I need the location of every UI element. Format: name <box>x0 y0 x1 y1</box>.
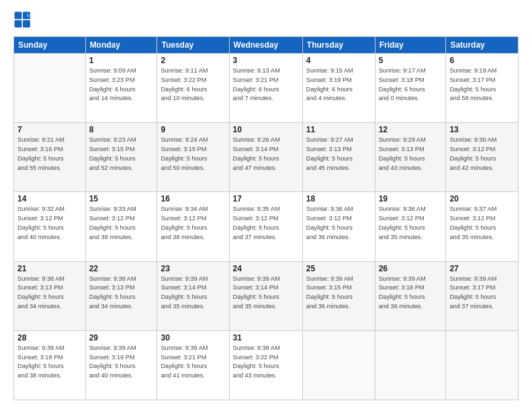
day-number: 13 <box>449 125 515 134</box>
calendar-cell: 22Sunrise: 9:38 AM Sunset: 3:13 PM Dayli… <box>85 261 157 330</box>
day-number: 8 <box>89 125 154 134</box>
calendar-week-row: 1Sunrise: 9:09 AM Sunset: 3:23 PM Daylig… <box>14 54 519 123</box>
calendar-cell: 26Sunrise: 9:39 AM Sunset: 3:16 PM Dayli… <box>375 261 446 330</box>
page: SundayMondayTuesdayWednesdayThursdayFrid… <box>0 0 532 411</box>
day-number: 21 <box>17 264 82 273</box>
calendar-cell: 28Sunrise: 9:39 AM Sunset: 3:18 PM Dayli… <box>14 330 86 400</box>
weekday-header: Thursday <box>302 37 375 54</box>
day-number: 14 <box>17 194 82 203</box>
calendar-cell: 15Sunrise: 9:33 AM Sunset: 3:12 PM Dayli… <box>85 192 157 261</box>
weekday-header: Friday <box>375 37 446 54</box>
day-info: Sunrise: 9:15 AM Sunset: 3:19 PM Dayligh… <box>306 66 371 103</box>
day-info: Sunrise: 9:37 AM Sunset: 3:12 PM Dayligh… <box>449 205 515 242</box>
calendar-cell: 27Sunrise: 9:39 AM Sunset: 3:17 PM Dayli… <box>446 261 519 330</box>
day-number: 29 <box>89 333 154 342</box>
day-number: 7 <box>17 125 82 134</box>
day-number: 19 <box>379 194 443 203</box>
calendar-cell: 6Sunrise: 9:19 AM Sunset: 3:17 PM Daylig… <box>446 54 519 123</box>
day-number: 20 <box>449 194 515 203</box>
day-info: Sunrise: 9:32 AM Sunset: 3:12 PM Dayligh… <box>17 205 82 242</box>
calendar-cell: 7Sunrise: 9:21 AM Sunset: 3:16 PM Daylig… <box>14 123 86 192</box>
calendar-cell: 13Sunrise: 9:30 AM Sunset: 3:12 PM Dayli… <box>446 123 519 192</box>
logo <box>13 11 35 30</box>
day-info: Sunrise: 9:09 AM Sunset: 3:23 PM Dayligh… <box>89 66 154 103</box>
day-number: 3 <box>233 56 299 65</box>
calendar-cell: 31Sunrise: 9:38 AM Sunset: 3:22 PM Dayli… <box>229 330 302 400</box>
header <box>13 11 519 30</box>
day-info: Sunrise: 9:39 AM Sunset: 3:16 PM Dayligh… <box>379 275 443 312</box>
calendar-cell <box>302 330 375 400</box>
day-info: Sunrise: 9:39 AM Sunset: 3:17 PM Dayligh… <box>449 275 515 312</box>
day-info: Sunrise: 9:39 AM Sunset: 3:21 PM Dayligh… <box>161 344 225 381</box>
weekday-header: Monday <box>85 37 157 54</box>
calendar-cell: 14Sunrise: 9:32 AM Sunset: 3:12 PM Dayli… <box>14 192 86 261</box>
calendar-week-row: 21Sunrise: 9:38 AM Sunset: 3:13 PM Dayli… <box>14 261 519 330</box>
day-number: 16 <box>161 194 225 203</box>
day-info: Sunrise: 9:39 AM Sunset: 3:18 PM Dayligh… <box>17 344 82 381</box>
calendar-cell: 10Sunrise: 9:26 AM Sunset: 3:14 PM Dayli… <box>229 123 302 192</box>
day-info: Sunrise: 9:30 AM Sunset: 3:12 PM Dayligh… <box>449 136 515 173</box>
calendar-cell: 30Sunrise: 9:39 AM Sunset: 3:21 PM Dayli… <box>157 330 229 400</box>
day-info: Sunrise: 9:24 AM Sunset: 3:15 PM Dayligh… <box>161 136 225 173</box>
day-info: Sunrise: 9:21 AM Sunset: 3:16 PM Dayligh… <box>17 136 82 173</box>
day-number: 17 <box>233 194 299 203</box>
calendar-cell: 1Sunrise: 9:09 AM Sunset: 3:23 PM Daylig… <box>85 54 157 123</box>
day-number: 9 <box>161 125 225 134</box>
day-number: 10 <box>233 125 299 134</box>
day-number: 18 <box>306 194 371 203</box>
day-info: Sunrise: 9:27 AM Sunset: 3:13 PM Dayligh… <box>306 136 371 173</box>
day-number: 6 <box>449 56 515 65</box>
day-info: Sunrise: 9:19 AM Sunset: 3:17 PM Dayligh… <box>449 66 515 103</box>
day-number: 28 <box>17 333 82 342</box>
calendar-cell: 3Sunrise: 9:13 AM Sunset: 3:21 PM Daylig… <box>229 54 302 123</box>
day-number: 11 <box>306 125 371 134</box>
day-number: 2 <box>161 56 225 65</box>
calendar-cell: 4Sunrise: 9:15 AM Sunset: 3:19 PM Daylig… <box>302 54 375 123</box>
day-number: 27 <box>449 264 515 273</box>
day-info: Sunrise: 9:17 AM Sunset: 3:18 PM Dayligh… <box>379 66 443 103</box>
day-number: 4 <box>306 56 371 65</box>
day-number: 23 <box>161 264 225 273</box>
calendar-cell: 25Sunrise: 9:39 AM Sunset: 3:15 PM Dayli… <box>302 261 375 330</box>
calendar-cell: 9Sunrise: 9:24 AM Sunset: 3:15 PM Daylig… <box>157 123 229 192</box>
calendar-cell: 21Sunrise: 9:38 AM Sunset: 3:13 PM Dayli… <box>14 261 86 330</box>
day-number: 22 <box>89 264 154 273</box>
calendar-table: SundayMondayTuesdayWednesdayThursdayFrid… <box>13 36 519 400</box>
day-info: Sunrise: 9:39 AM Sunset: 3:14 PM Dayligh… <box>233 275 299 312</box>
calendar-cell: 24Sunrise: 9:39 AM Sunset: 3:14 PM Dayli… <box>229 261 302 330</box>
calendar-week-row: 28Sunrise: 9:39 AM Sunset: 3:18 PM Dayli… <box>14 330 519 400</box>
weekday-header: Sunday <box>14 37 86 54</box>
day-info: Sunrise: 9:35 AM Sunset: 3:12 PM Dayligh… <box>233 205 299 242</box>
calendar-cell: 12Sunrise: 9:29 AM Sunset: 3:13 PM Dayli… <box>375 123 446 192</box>
calendar-cell <box>446 330 519 400</box>
weekday-header: Tuesday <box>157 37 229 54</box>
calendar-cell: 5Sunrise: 9:17 AM Sunset: 3:18 PM Daylig… <box>375 54 446 123</box>
day-info: Sunrise: 9:38 AM Sunset: 3:22 PM Dayligh… <box>233 344 299 381</box>
calendar-cell <box>14 54 86 123</box>
calendar-cell <box>375 330 446 400</box>
svg-rect-3 <box>23 20 30 28</box>
day-info: Sunrise: 9:39 AM Sunset: 3:19 PM Dayligh… <box>89 344 154 381</box>
day-number: 26 <box>379 264 443 273</box>
calendar-cell: 19Sunrise: 9:36 AM Sunset: 3:12 PM Dayli… <box>375 192 446 261</box>
weekday-header: Saturday <box>446 37 519 54</box>
day-number: 15 <box>89 194 154 203</box>
day-info: Sunrise: 9:33 AM Sunset: 3:12 PM Dayligh… <box>89 205 154 242</box>
day-number: 12 <box>379 125 443 134</box>
calendar-cell: 29Sunrise: 9:39 AM Sunset: 3:19 PM Dayli… <box>85 330 157 400</box>
day-number: 1 <box>89 56 154 65</box>
day-info: Sunrise: 9:23 AM Sunset: 3:15 PM Dayligh… <box>89 136 154 173</box>
svg-rect-0 <box>15 12 22 19</box>
day-info: Sunrise: 9:36 AM Sunset: 3:12 PM Dayligh… <box>379 205 443 242</box>
calendar-header-row: SundayMondayTuesdayWednesdayThursdayFrid… <box>14 37 519 54</box>
calendar-cell: 20Sunrise: 9:37 AM Sunset: 3:12 PM Dayli… <box>446 192 519 261</box>
day-info: Sunrise: 9:11 AM Sunset: 3:22 PM Dayligh… <box>161 66 225 103</box>
calendar-cell: 17Sunrise: 9:35 AM Sunset: 3:12 PM Dayli… <box>229 192 302 261</box>
weekday-header: Wednesday <box>229 37 302 54</box>
calendar-cell: 18Sunrise: 9:36 AM Sunset: 3:12 PM Dayli… <box>302 192 375 261</box>
day-number: 30 <box>161 333 225 342</box>
logo-icon <box>13 11 32 30</box>
day-info: Sunrise: 9:29 AM Sunset: 3:13 PM Dayligh… <box>379 136 443 173</box>
calendar-cell: 23Sunrise: 9:39 AM Sunset: 3:14 PM Dayli… <box>157 261 229 330</box>
day-number: 25 <box>306 264 371 273</box>
